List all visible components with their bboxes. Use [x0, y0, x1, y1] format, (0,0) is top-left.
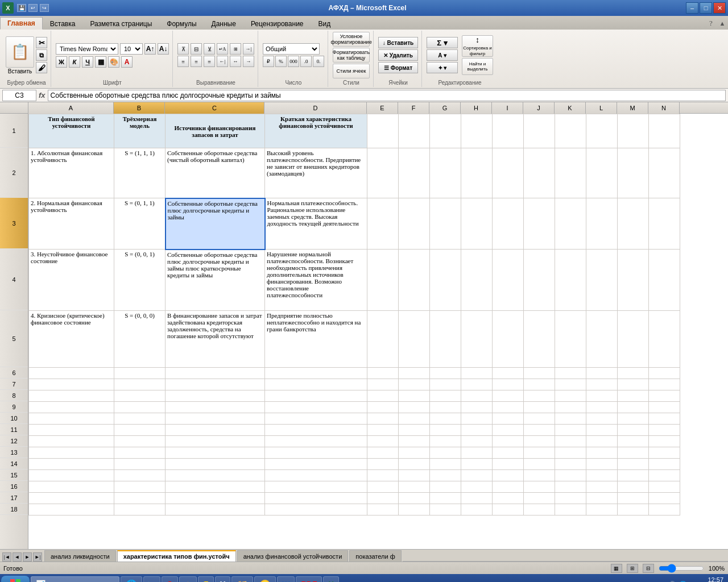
- cell-c3[interactable]: Собственные оборотные средства плюс долг…: [166, 198, 265, 250]
- tab-view[interactable]: Вид: [311, 17, 338, 30]
- cell-n12[interactable]: [649, 436, 680, 447]
- cell-f10[interactable]: [399, 413, 430, 425]
- row-num-17[interactable]: 17: [0, 492, 28, 504]
- cell-j12[interactable]: [524, 436, 555, 447]
- cell-l4[interactable]: [586, 250, 618, 311]
- cell-k15[interactable]: [555, 470, 586, 481]
- row-num-16[interactable]: 16: [0, 481, 28, 492]
- cell-c17[interactable]: [166, 493, 265, 504]
- cell-l1[interactable]: [586, 114, 618, 148]
- decrease-indent-button[interactable]: ←|: [217, 56, 228, 67]
- cell-k12[interactable]: [555, 436, 586, 447]
- cell-l14[interactable]: [586, 459, 618, 470]
- cell-f12[interactable]: [399, 436, 430, 447]
- find-select-button[interactable]: Найти и выделить: [462, 58, 493, 75]
- cell-j8[interactable]: [524, 390, 555, 402]
- cell-m18[interactable]: [618, 504, 649, 516]
- col-header-l[interactable]: L: [586, 102, 617, 114]
- cell-k18[interactable]: [555, 504, 586, 516]
- cell-j16[interactable]: [524, 481, 555, 493]
- cell-j5[interactable]: [524, 311, 555, 368]
- row-num-10[interactable]: 10: [0, 413, 28, 424]
- taskbar-clock[interactable]: 12:57 05.05.2021: [692, 576, 727, 582]
- formula-input[interactable]: [48, 90, 726, 101]
- delete-cells-button[interactable]: ✕ Удалить: [378, 49, 418, 61]
- insert-cells-button[interactable]: ↓ Вставить: [378, 37, 418, 48]
- cell-k10[interactable]: [555, 413, 586, 425]
- right-align-button[interactable]: ≡: [204, 56, 215, 67]
- cell-k5[interactable]: [555, 311, 586, 368]
- rtl-button[interactable]: ↔: [230, 56, 241, 67]
- cell-i8[interactable]: [493, 390, 524, 402]
- cell-m3[interactable]: [618, 198, 649, 250]
- minimize-button[interactable]: –: [686, 2, 698, 14]
- sum-button[interactable]: Σ ▾: [427, 37, 458, 48]
- cell-c4[interactable]: Собственные оборотные средства плюс долг…: [166, 250, 265, 311]
- cell-j7[interactable]: [524, 379, 555, 390]
- close-button[interactable]: ✕: [713, 2, 726, 14]
- clear-button[interactable]: ✦ ▾: [427, 62, 458, 73]
- taskbar-pdf-item[interactable]: PDF: [296, 576, 322, 582]
- cell-g4[interactable]: [430, 250, 461, 311]
- tab-page-layout[interactable]: Разметка страницы: [82, 17, 159, 30]
- cell-k9[interactable]: [555, 402, 586, 413]
- cell-l3[interactable]: [586, 198, 618, 250]
- cell-g10[interactable]: [430, 413, 461, 425]
- page-layout-view-button[interactable]: ⊞: [627, 564, 638, 573]
- row-num-5[interactable]: 5: [0, 310, 28, 367]
- cell-d17[interactable]: [265, 493, 367, 504]
- cell-l2[interactable]: [586, 148, 618, 198]
- left-align-button[interactable]: ≡: [177, 56, 189, 67]
- cell-f13[interactable]: [399, 447, 430, 459]
- cell-b15[interactable]: [114, 470, 166, 481]
- cell-b18[interactable]: [114, 504, 166, 516]
- normal-view-button[interactable]: ▦: [611, 564, 622, 573]
- cell-h13[interactable]: [461, 447, 493, 459]
- cell-m12[interactable]: [618, 436, 649, 447]
- cell-b8[interactable]: [114, 390, 166, 402]
- ltr-button[interactable]: →: [243, 56, 254, 67]
- cell-a8[interactable]: [29, 390, 114, 402]
- row-num-7[interactable]: 7: [0, 379, 28, 390]
- cell-c15[interactable]: [166, 470, 265, 481]
- cell-e18[interactable]: [367, 504, 399, 516]
- cell-f9[interactable]: [399, 402, 430, 413]
- cell-i1[interactable]: [493, 114, 524, 148]
- cell-l12[interactable]: [586, 436, 618, 447]
- cell-n1[interactable]: [649, 114, 680, 148]
- bold-button[interactable]: Ж: [56, 56, 67, 68]
- row-num-1[interactable]: 1: [0, 114, 28, 148]
- font-size-select[interactable]: 10: [120, 43, 143, 55]
- fill-button[interactable]: A ▾: [427, 49, 458, 61]
- cell-c12[interactable]: [166, 436, 265, 447]
- cell-h5[interactable]: [461, 311, 493, 368]
- row-num-14[interactable]: 14: [0, 458, 28, 469]
- cell-a6[interactable]: [29, 368, 114, 379]
- cell-j2[interactable]: [524, 148, 555, 198]
- row-num-18[interactable]: 18: [0, 504, 28, 515]
- cell-j1[interactable]: [524, 114, 555, 148]
- cell-h4[interactable]: [461, 250, 493, 311]
- cell-g1[interactable]: [430, 114, 461, 148]
- cell-c5[interactable]: В финансирование запасов и затрат задейс…: [166, 311, 265, 368]
- cell-j17[interactable]: [524, 493, 555, 504]
- tray-lang-icon[interactable]: RU: [656, 580, 665, 582]
- increase-decimal-button[interactable]: .0: [300, 56, 312, 67]
- cell-e7[interactable]: [367, 379, 399, 390]
- sheet-nav-left[interactable]: |◄ ◄ ► ►|: [2, 552, 42, 562]
- cell-k14[interactable]: [555, 459, 586, 470]
- cell-a16[interactable]: [29, 481, 114, 493]
- cell-k3[interactable]: [555, 198, 586, 250]
- cell-l13[interactable]: [586, 447, 618, 459]
- cell-m1[interactable]: [618, 114, 649, 148]
- format-painter-button[interactable]: 🖌: [36, 62, 47, 73]
- cell-i2[interactable]: [493, 148, 524, 198]
- col-header-c[interactable]: C: [165, 102, 264, 114]
- tray-network-icon[interactable]: 🌐: [679, 580, 688, 582]
- cell-a7[interactable]: [29, 379, 114, 390]
- taskbar-smiley-item[interactable]: 😊: [254, 576, 276, 582]
- cell-i12[interactable]: [493, 436, 524, 447]
- cell-e5[interactable]: [367, 311, 399, 368]
- cell-j10[interactable]: [524, 413, 555, 425]
- sheet-tab-liquidity[interactable]: анализ ликвидности: [44, 550, 116, 562]
